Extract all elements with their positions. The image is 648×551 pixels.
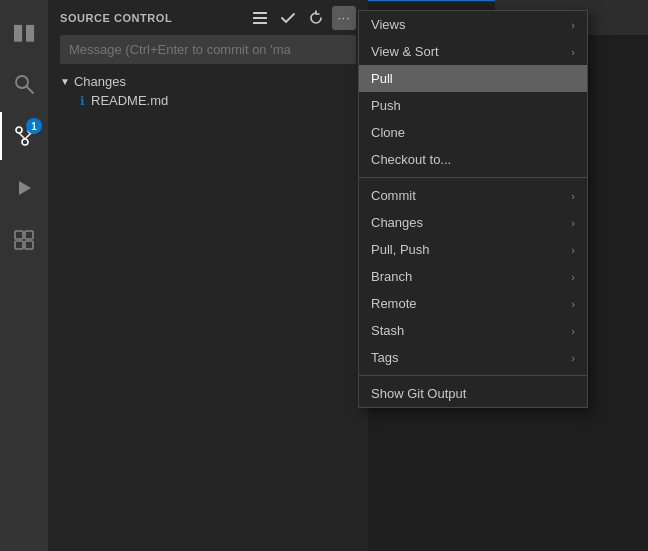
menu-item-label: Branch — [371, 269, 412, 284]
svg-rect-12 — [25, 241, 33, 249]
menu-item-checkout[interactable]: Checkout to... — [359, 146, 587, 173]
svg-rect-10 — [25, 231, 33, 239]
svg-line-6 — [25, 133, 31, 139]
panel-header: SOURCE CONTROL ··· — [48, 0, 368, 35]
extensions-icon[interactable] — [0, 216, 48, 264]
submenu-arrow-icon: › — [571, 352, 575, 364]
info-icon: ℹ — [80, 94, 85, 108]
submenu-arrow-icon: › — [571, 325, 575, 337]
menu-item-label: Changes — [371, 215, 423, 230]
menu-item-remote[interactable]: Remote › — [359, 290, 587, 317]
submenu-arrow-icon: › — [571, 190, 575, 202]
menu-item-tags[interactable]: Tags › — [359, 344, 587, 371]
svg-point-0 — [16, 76, 28, 88]
menu-item-push[interactable]: Push — [359, 92, 587, 119]
svg-point-4 — [22, 139, 28, 145]
menu-item-view-sort[interactable]: View & Sort › — [359, 38, 587, 65]
refresh-button[interactable] — [304, 6, 328, 30]
changes-section: ▼ Changes ℹ README.md — [48, 72, 368, 110]
commit-message-input[interactable] — [60, 35, 356, 64]
svg-rect-13 — [253, 12, 267, 14]
menu-item-views[interactable]: Views › — [359, 11, 587, 38]
menu-item-show-git-output[interactable]: Show Git Output — [359, 380, 587, 407]
menu-item-label: Commit — [371, 188, 416, 203]
menu-separator-2 — [359, 375, 587, 376]
submenu-arrow-icon: › — [571, 217, 575, 229]
menu-item-label: Stash — [371, 323, 404, 338]
more-icon: ··· — [337, 11, 350, 25]
source-control-icon[interactable]: 1 — [0, 112, 48, 160]
more-actions-button[interactable]: ··· — [332, 6, 356, 30]
submenu-arrow-icon: › — [571, 298, 575, 310]
menu-item-label: View & Sort — [371, 44, 439, 59]
run-icon[interactable] — [0, 164, 48, 212]
svg-marker-7 — [19, 181, 31, 195]
source-control-badge: 1 — [26, 118, 42, 134]
submenu-arrow-icon: › — [571, 19, 575, 31]
check-button[interactable] — [276, 6, 300, 30]
menu-item-label: Clone — [371, 125, 405, 140]
submenu-arrow-icon: › — [571, 46, 575, 58]
explorer-icon[interactable]: ▮▮ — [0, 8, 48, 56]
menu-item-label: Views — [371, 17, 405, 32]
svg-line-1 — [27, 87, 33, 93]
svg-point-2 — [16, 127, 22, 133]
submenu-arrow-icon: › — [571, 244, 575, 256]
activity-bar: ▮▮ 1 — [0, 0, 48, 551]
menu-item-clone[interactable]: Clone — [359, 119, 587, 146]
submenu-arrow-icon: › — [571, 271, 575, 283]
changes-label: Changes — [74, 74, 126, 89]
chevron-down-icon: ▼ — [60, 76, 70, 87]
svg-rect-15 — [253, 22, 267, 24]
menu-item-label: Remote — [371, 296, 417, 311]
menu-item-label: Pull — [371, 71, 393, 86]
search-icon[interactable] — [0, 60, 48, 108]
file-item[interactable]: ℹ README.md — [60, 91, 356, 110]
svg-rect-14 — [253, 17, 267, 19]
svg-line-5 — [19, 133, 25, 139]
context-menu: Views › View & Sort › Pull Push Clone Ch… — [358, 10, 588, 408]
source-control-panel: SOURCE CONTROL ··· — [48, 0, 368, 551]
menu-item-label: Checkout to... — [371, 152, 451, 167]
svg-rect-9 — [15, 231, 23, 239]
panel-actions: ··· — [248, 6, 356, 30]
changes-header[interactable]: ▼ Changes — [60, 72, 356, 91]
menu-item-label: Push — [371, 98, 401, 113]
menu-item-stash[interactable]: Stash › — [359, 317, 587, 344]
menu-separator-1 — [359, 177, 587, 178]
menu-item-pull[interactable]: Pull — [359, 65, 587, 92]
file-name: README.md — [91, 93, 168, 108]
menu-item-branch[interactable]: Branch › — [359, 263, 587, 290]
tree-view-button[interactable] — [248, 6, 272, 30]
panel-title: SOURCE CONTROL — [60, 12, 172, 24]
menu-item-commit[interactable]: Commit › — [359, 182, 587, 209]
menu-item-label: Tags — [371, 350, 398, 365]
menu-item-label: Show Git Output — [371, 386, 466, 401]
svg-rect-11 — [15, 241, 23, 249]
menu-item-label: Pull, Push — [371, 242, 430, 257]
menu-item-changes[interactable]: Changes › — [359, 209, 587, 236]
menu-item-pull-push[interactable]: Pull, Push › — [359, 236, 587, 263]
